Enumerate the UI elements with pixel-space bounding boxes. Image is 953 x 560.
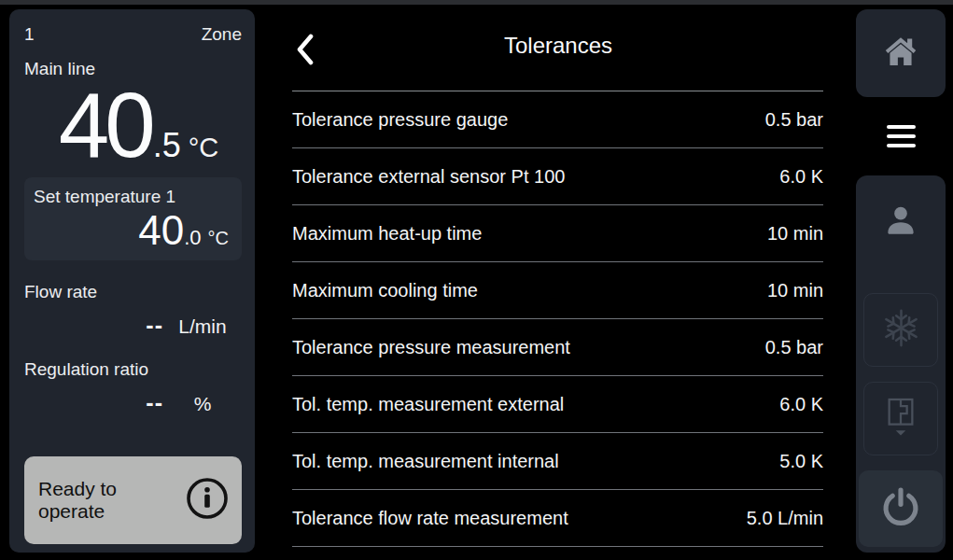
tolerances-view: Tolerances Tolerance pressure gauge 0.5 … (280, 0, 836, 560)
sidebar (856, 9, 946, 553)
row-value: 10 min (767, 280, 823, 301)
mold-drain-icon (883, 396, 918, 442)
zone-label: Zone (202, 24, 242, 45)
row-value: 0.5 bar (765, 109, 823, 131)
row-label: Maximum cooling time (292, 280, 478, 301)
sidebar-lower (856, 175, 946, 553)
home-icon (882, 34, 919, 73)
flow-rate-label: Flow rate (24, 282, 242, 302)
row-label: Tolerance external sensor Pt 100 (292, 166, 565, 188)
power-button[interactable] (859, 470, 943, 547)
sidebar-item-home[interactable] (856, 9, 946, 97)
power-icon (879, 485, 922, 532)
info-icon[interactable] (185, 476, 230, 525)
sidebar-item-user[interactable] (856, 201, 946, 242)
mold-drain-button[interactable] (863, 382, 938, 455)
cooling-button[interactable] (863, 293, 938, 367)
set-temperature-value: 40 .0 °C (34, 209, 231, 252)
row-label: Tolerance pressure measurement (292, 337, 570, 358)
snowflake-icon (879, 306, 923, 354)
back-button[interactable] (286, 32, 323, 71)
row-label: Tolerance pressure gauge (292, 109, 508, 131)
tolerance-row[interactable]: Tolerance external sensor Pt 100 6.0 K (292, 148, 823, 205)
zone-panel: 1 Zone Main line 40 .5 °C Set temperatur… (9, 9, 255, 553)
flow-rate-value-row: -- L/min (24, 313, 242, 339)
set-temperature-card[interactable]: Set temperature 1 40 .0 °C (24, 177, 242, 259)
tolerance-row[interactable]: Tol. temp. measurement external 6.0 K (292, 376, 823, 433)
tolerances-list: Tolerance pressure gauge 0.5 bar Toleran… (292, 91, 823, 547)
page-header: Tolerances (280, 0, 836, 91)
tolerance-row[interactable]: Tolerance flow rate measurement 5.0 L/mi… (292, 490, 823, 547)
zone-header: 1 Zone (24, 24, 242, 45)
main-temperature-display: 40 .5 °C (24, 89, 242, 161)
set-temperature-label: Set temperature 1 (34, 187, 231, 207)
regulation-ratio-value: -- (146, 390, 163, 416)
row-label: Maximum heat-up time (292, 223, 482, 245)
row-value: 5.0 L/min (747, 508, 823, 529)
regulation-ratio-label: Regulation ratio (24, 359, 242, 380)
set-temp-integer: 40 (138, 209, 184, 252)
flow-rate-unit: L/min (163, 315, 242, 337)
row-label: Tol. temp. measurement internal (292, 451, 559, 472)
tolerance-row[interactable]: Maximum cooling time 10 min (292, 262, 823, 319)
regulation-ratio-value-row: -- % (24, 390, 242, 416)
set-temp-unit: °C (208, 229, 229, 248)
row-label: Tol. temp. measurement external (292, 394, 564, 415)
main-temp-integer: 40 (59, 89, 151, 161)
hmi-screen: 1 Zone Main line 40 .5 °C Set temperatur… (0, 0, 953, 560)
main-temp-unit: °C (189, 137, 219, 159)
row-value: 10 min (767, 223, 823, 245)
zone-number: 1 (24, 24, 35, 45)
main-temp-fraction: .5 (153, 133, 181, 160)
tolerance-row[interactable]: Tolerance pressure measurement 0.5 bar (292, 319, 823, 376)
tolerance-row[interactable]: Tolerance pressure gauge 0.5 bar (292, 91, 823, 148)
tolerance-row[interactable]: Maximum heat-up time 10 min (292, 205, 823, 262)
status-card[interactable]: Ready to operate (24, 456, 242, 544)
chevron-left-icon (295, 34, 315, 69)
row-value: 5.0 K (779, 451, 823, 472)
page-title: Tolerances (504, 33, 612, 59)
sidebar-item-menu[interactable] (842, 99, 939, 174)
flow-rate-value: -- (146, 313, 163, 339)
user-icon (882, 201, 919, 242)
row-label: Tolerance flow rate measurement (292, 508, 568, 529)
tolerance-row[interactable]: Tol. temp. measurement internal 5.0 K (292, 433, 823, 490)
row-value: 6.0 K (779, 166, 823, 188)
set-temp-fraction: .0 (184, 227, 201, 248)
regulation-ratio-unit: % (163, 393, 242, 414)
row-value: 6.0 K (779, 394, 823, 415)
row-value: 0.5 bar (765, 337, 823, 358)
status-text: Ready to operate (38, 478, 185, 523)
